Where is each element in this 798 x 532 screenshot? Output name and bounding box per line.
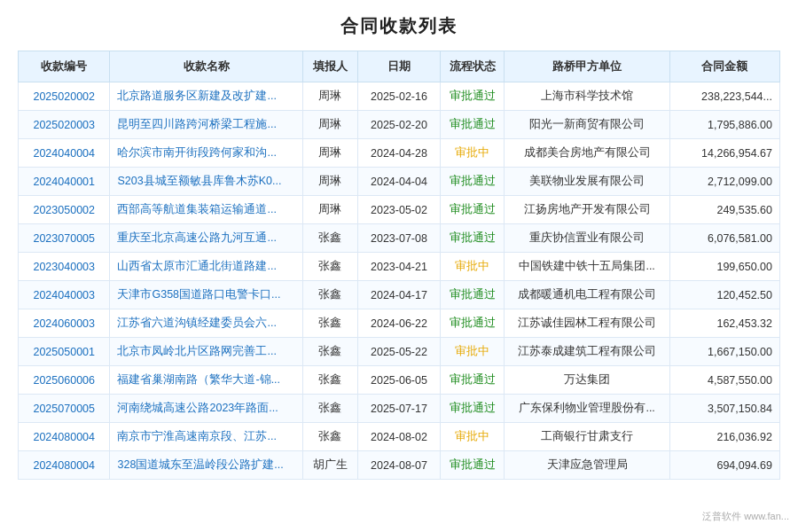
cell-name[interactable]: 昆明至四川路跨河桥梁工程施... <box>110 111 302 139</box>
cell-company: 工商银行甘肃支行 <box>505 423 669 451</box>
cell-status: 审批通过 <box>441 395 505 423</box>
table-row[interactable]: 2024080004328国道城东至温岭段公路扩建...胡广生2024-08-0… <box>19 451 780 480</box>
cell-id[interactable]: 2024080004 <box>19 423 110 451</box>
cell-name[interactable]: S203县城至额敏县库鲁木苏K0... <box>110 168 302 196</box>
cell-name[interactable]: 山西省太原市汇通北街道路建... <box>110 253 302 281</box>
table-row[interactable]: 2024060003江苏省六道沟镇经建委员会六...张鑫2024-06-22审批… <box>19 309 780 338</box>
header-status: 流程状态 <box>441 51 505 82</box>
header-name: 收款名称 <box>110 51 302 82</box>
table-row[interactable]: 2025060006福建省巢湖南路（繁华大道-锦...张鑫2025-06-05审… <box>19 366 780 395</box>
cell-reporter: 张鑫 <box>302 338 357 366</box>
cell-company: 上海市科学技术馆 <box>505 82 669 111</box>
cell-company: 天津应急管理局 <box>505 451 669 480</box>
cell-name[interactable]: 西部高等航道集装箱运输通道... <box>110 196 302 224</box>
header-company: 路桥甲方单位 <box>505 51 669 82</box>
cell-date: 2024-04-28 <box>357 139 440 168</box>
cell-id[interactable]: 2025050001 <box>19 338 110 366</box>
cell-date: 2025-02-16 <box>357 82 440 111</box>
cell-date: 2025-06-05 <box>357 366 440 395</box>
cell-reporter: 张鑫 <box>302 423 357 451</box>
cell-status: 审批通过 <box>441 451 505 480</box>
cell-reporter: 张鑫 <box>302 366 357 395</box>
cell-company: 广东保利物业管理股份有... <box>505 395 669 423</box>
cell-amount: 4,587,550.00 <box>669 366 779 395</box>
cell-amount: 162,453.32 <box>669 309 779 338</box>
cell-status: 审批通过 <box>441 281 505 309</box>
cell-amount: 6,076,581.00 <box>669 224 779 253</box>
header-id: 收款编号 <box>19 51 110 82</box>
cell-date: 2025-05-22 <box>357 338 440 366</box>
cell-status: 审批通过 <box>441 82 505 111</box>
cell-name[interactable]: 福建省巢湖南路（繁华大道-锦... <box>110 366 302 395</box>
cell-company: 成都暖通机电工程有限公司 <box>505 281 669 309</box>
cell-reporter: 张鑫 <box>302 395 357 423</box>
table-row[interactable]: 2023040003山西省太原市汇通北街道路建...张鑫2023-04-21审批… <box>19 253 780 281</box>
cell-amount: 2,712,099.00 <box>669 168 779 196</box>
cell-company: 成都美合房地产有限公司 <box>505 139 669 168</box>
cell-id[interactable]: 2024040003 <box>19 281 110 309</box>
cell-status: 审批中 <box>441 338 505 366</box>
cell-reporter: 张鑫 <box>302 253 357 281</box>
cell-id[interactable]: 2024060003 <box>19 309 110 338</box>
cell-id[interactable]: 2024040001 <box>19 168 110 196</box>
cell-id[interactable]: 2025020002 <box>19 82 110 111</box>
cell-reporter: 胡广生 <box>302 451 357 480</box>
cell-reporter: 周琳 <box>302 196 357 224</box>
cell-company: 美联物业发展有限公司 <box>505 168 669 196</box>
cell-name[interactable]: 江苏省六道沟镇经建委员会六... <box>110 309 302 338</box>
cell-reporter: 周琳 <box>302 139 357 168</box>
cell-name[interactable]: 北京路道服务区新建及改扩建... <box>110 82 302 111</box>
cell-date: 2025-02-20 <box>357 111 440 139</box>
cell-id[interactable]: 2024080004 <box>19 451 110 480</box>
cell-amount: 238,223,544... <box>669 82 779 111</box>
cell-company: 万达集团 <box>505 366 669 395</box>
cell-id[interactable]: 2024040004 <box>19 139 110 168</box>
cell-amount: 3,507,150.84 <box>669 395 779 423</box>
cell-date: 2023-04-21 <box>357 253 440 281</box>
cell-company: 阳光一新商贸有限公司 <box>505 111 669 139</box>
cell-id[interactable]: 2025020003 <box>19 111 110 139</box>
cell-name[interactable]: 重庆至北京高速公路九河互通... <box>110 224 302 253</box>
table-row[interactable]: 2023070005重庆至北京高速公路九河互通...张鑫2023-07-08审批… <box>19 224 780 253</box>
table-row[interactable]: 2025020003昆明至四川路跨河桥梁工程施...周琳2025-02-20审批… <box>19 111 780 139</box>
cell-company: 江苏泰成建筑工程有限公司 <box>505 338 669 366</box>
cell-reporter: 周琳 <box>302 111 357 139</box>
cell-date: 2024-06-22 <box>357 309 440 338</box>
cell-amount: 199,650.00 <box>669 253 779 281</box>
cell-reporter: 周琳 <box>302 168 357 196</box>
cell-status: 审批中 <box>441 423 505 451</box>
table-row[interactable]: 2024040001S203县城至额敏县库鲁木苏K0...周琳2024-04-0… <box>19 168 780 196</box>
cell-id[interactable]: 2023050002 <box>19 196 110 224</box>
cell-amount: 249,535.60 <box>669 196 779 224</box>
cell-name[interactable]: 南京市宁淮高速南京段、江苏... <box>110 423 302 451</box>
cell-name[interactable]: 天津市G358国道路口电警卡口... <box>110 281 302 309</box>
cell-date: 2024-04-17 <box>357 281 440 309</box>
cell-reporter: 周琳 <box>302 82 357 111</box>
cell-name[interactable]: 河南绕城高速公路2023年路面... <box>110 395 302 423</box>
cell-id[interactable]: 2025070005 <box>19 395 110 423</box>
header-date: 日期 <box>357 51 440 82</box>
cell-id[interactable]: 2023040003 <box>19 253 110 281</box>
cell-date: 2025-07-17 <box>357 395 440 423</box>
table-row[interactable]: 2024040003天津市G358国道路口电警卡口...张鑫2024-04-17… <box>19 281 780 309</box>
cell-name[interactable]: 北京市凤岭北片区路网完善工... <box>110 338 302 366</box>
cell-name[interactable]: 328国道城东至温岭段公路扩建... <box>110 451 302 480</box>
cell-status: 审批通过 <box>441 111 505 139</box>
table-row[interactable]: 2024040004哈尔滨市南开街段跨何家和沟...周琳2024-04-28审批… <box>19 139 780 168</box>
table-row[interactable]: 2025050001北京市凤岭北片区路网完善工...张鑫2025-05-22审批… <box>19 338 780 366</box>
cell-name[interactable]: 哈尔滨市南开街段跨何家和沟... <box>110 139 302 168</box>
table-row[interactable]: 2025070005河南绕城高速公路2023年路面...张鑫2025-07-17… <box>19 395 780 423</box>
cell-reporter: 张鑫 <box>302 309 357 338</box>
cell-id[interactable]: 2023070005 <box>19 224 110 253</box>
cell-status: 审批通过 <box>441 309 505 338</box>
cell-amount: 14,266,954.67 <box>669 139 779 168</box>
header-amount: 合同金额 <box>669 51 779 82</box>
cell-company: 江苏诚佳园林工程有限公司 <box>505 309 669 338</box>
cell-date: 2023-05-02 <box>357 196 440 224</box>
cell-date: 2024-08-07 <box>357 451 440 480</box>
cell-status: 审批通过 <box>441 224 505 253</box>
table-row[interactable]: 2024080004南京市宁淮高速南京段、江苏...张鑫2024-08-02审批… <box>19 423 780 451</box>
cell-id[interactable]: 2025060006 <box>19 366 110 395</box>
table-row[interactable]: 2023050002西部高等航道集装箱运输通道...周琳2023-05-02审批… <box>19 196 780 224</box>
table-row[interactable]: 2025020002北京路道服务区新建及改扩建...周琳2025-02-16审批… <box>19 82 780 111</box>
